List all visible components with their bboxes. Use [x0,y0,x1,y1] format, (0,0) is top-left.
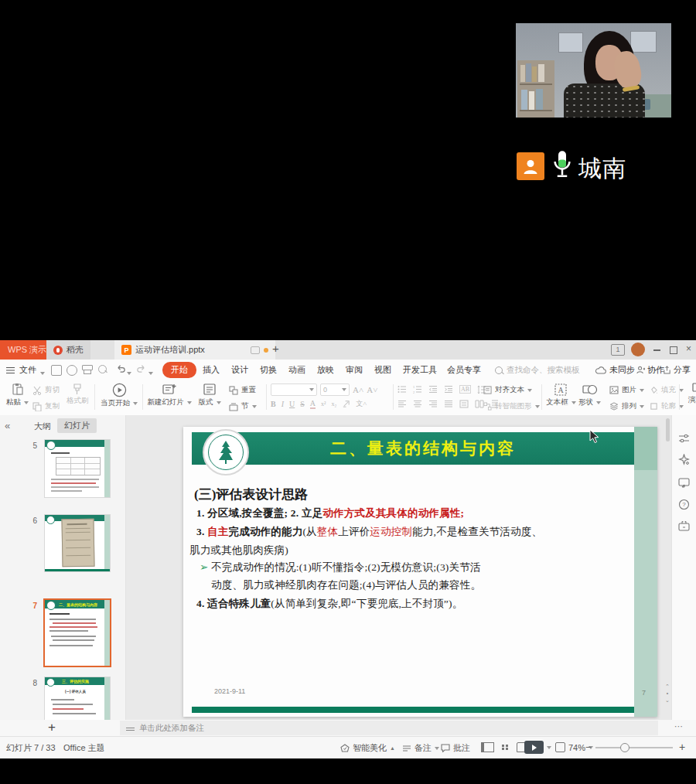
clear-format-icon[interactable] [342,400,350,408]
align-text-button[interactable]: 对齐文本 [483,384,540,396]
menu-tab-insert[interactable]: 插入 [203,364,220,376]
menu-tab-view[interactable]: 视图 [374,364,391,376]
bold-icon[interactable]: B [271,400,276,408]
play-slideshow-button[interactable] [524,741,551,754]
arrange-button[interactable]: 排列 [609,401,644,412]
cloud-sync-button[interactable]: 未同步 [595,364,635,376]
slide-editor[interactable]: 二、量表的结构与内容 (三)评估表设计思路 1. 分区域,按全覆盖; 2. 立足… [183,427,657,717]
zoom-out-button[interactable]: − [585,741,592,753]
notes-toggle-button[interactable]: 备注 [402,742,439,754]
comments-button[interactable]: 批注 [441,742,470,754]
strikethrough-icon[interactable]: S [300,400,305,408]
menu-tab-design[interactable]: 设计 [231,364,248,376]
menu-file[interactable]: 文件 [19,364,36,376]
phone-cast-icon[interactable] [678,477,690,491]
align-center-icon[interactable] [413,400,422,408]
section-button[interactable]: 节 [229,401,257,412]
menu-tab-member[interactable]: 会员专享 [447,364,481,376]
zoom-in-button[interactable]: + [679,741,685,753]
slide-thumbnail-6[interactable] [45,515,110,571]
redo-icon[interactable] [136,363,146,375]
account-avatar[interactable] [631,343,645,356]
decrease-indent-icon[interactable] [428,385,438,394]
menu-tab-transition[interactable]: 切换 [260,364,277,376]
align-left-icon[interactable] [397,400,407,408]
copy-button[interactable]: 复制 [32,401,60,412]
sorter-view-icon[interactable] [500,743,510,752]
menu-tab-home[interactable]: 开始 [162,362,196,378]
toolbox-icon[interactable] [678,520,690,534]
minimize-button[interactable] [653,349,660,351]
zoom-slider-track[interactable] [595,747,673,748]
tab-slides[interactable]: 幻灯片 [57,418,97,433]
tab-document[interactable]: P 运动评估培训.pptx [114,340,275,360]
ai-assistant-icon[interactable] [678,454,690,469]
beautify-button[interactable]: 智能美化 ▲ [340,742,395,754]
more-tools-icon[interactable]: ⋯ [674,721,684,731]
notes-input[interactable]: 单击此处添加备注 [120,721,658,735]
menu-tab-devtools[interactable]: 开发工具 [403,364,437,376]
slide-canvas[interactable]: 二、量表的结构与内容 (三)评估表设计思路 1. 分区域,按全覆盖; 2. 立足… [125,415,671,720]
export-icon[interactable] [67,365,77,376]
layout-button[interactable]: 版式 [195,383,224,408]
collaborate-button[interactable]: 协作 [636,364,664,376]
menu-tab-slideshow[interactable]: 放映 [317,364,334,376]
undo-icon[interactable] [116,363,126,375]
collapse-panel-button[interactable]: « [5,420,10,431]
to-smartart-button[interactable]: 转智能图形 [483,401,540,412]
help-icon[interactable]: ? [678,499,690,513]
shapes-button[interactable]: 形状 [578,383,601,408]
toolbar-dropdown-icon[interactable] [148,367,153,377]
menu-tab-animation[interactable]: 动画 [288,364,305,376]
new-slide-button[interactable]: 新建幻灯片 [147,383,192,408]
normal-view-icon[interactable] [481,742,494,752]
save-icon[interactable] [51,365,62,376]
zoom-slider-handle[interactable] [620,743,629,752]
font-color-icon[interactable]: A [310,399,316,409]
phonetic-icon[interactable]: 文˄ [356,399,367,409]
properties-icon[interactable] [678,432,690,446]
numbering-icon[interactable]: 12 [413,385,422,394]
subscript-icon[interactable]: x₂ [331,401,336,407]
reset-button[interactable]: 重置 [229,384,257,396]
restore-button[interactable] [670,346,677,354]
italic-icon[interactable]: I [281,400,284,408]
present-tools-button[interactable]: 演示工 [684,383,696,405]
cut-button[interactable]: 剪切 [32,384,60,396]
underline-icon[interactable]: U [289,400,295,408]
justify-icon[interactable] [444,400,453,408]
tab-outline[interactable]: 大纲 [34,421,51,432]
close-button[interactable]: × [686,343,691,354]
undo-dropdown-icon[interactable] [127,367,131,377]
font-size-select[interactable]: 0 [320,383,350,396]
play-from-current-button[interactable]: 当页开始 [99,383,139,409]
add-slide-button[interactable]: + [48,720,56,735]
print-icon[interactable] [82,365,93,374]
text-direction-icon[interactable]: AB [459,385,471,394]
picture-button[interactable]: 图片 [609,384,644,396]
window-preview-button[interactable]: 1 [611,344,625,356]
new-tab-button[interactable]: + [272,342,279,355]
align-right-icon[interactable] [428,400,438,408]
paste-button[interactable]: 粘贴 [6,383,29,408]
print-preview-icon[interactable] [98,365,107,373]
slide-thumbnail-7[interactable]: 二、量表的结构与内容 [45,600,110,666]
vertical-scrollbar[interactable] [666,418,670,441]
prev-next-slide-buttons[interactable]: ⌃•⌄ [664,683,671,704]
text-box-button[interactable]: A 文本框 [546,383,576,408]
superscript-icon[interactable]: x² [321,401,326,407]
format-painter-button[interactable]: 格式刷 [67,383,89,406]
distribute-icon[interactable] [459,400,469,408]
bullets-icon[interactable] [397,385,407,394]
command-search[interactable]: 查找命令、搜索模板 [495,365,580,376]
font-family-select[interactable] [271,383,317,396]
increase-indent-icon[interactable] [444,385,453,394]
grow-font-icon[interactable]: A˄ [353,385,363,394]
shrink-font-icon[interactable]: A˅ [367,385,377,394]
hamburger-icon[interactable] [6,366,15,368]
slide-thumbnail-5[interactable] [45,440,110,497]
more-menu-icon[interactable]: ⋮ [684,364,692,374]
slide-thumbnail-8[interactable]: 三、评估的实施 (一) 评估人员 [45,677,110,720]
tab-docer[interactable]: 稻壳 [46,340,90,360]
menu-tab-review[interactable]: 审阅 [346,364,363,376]
